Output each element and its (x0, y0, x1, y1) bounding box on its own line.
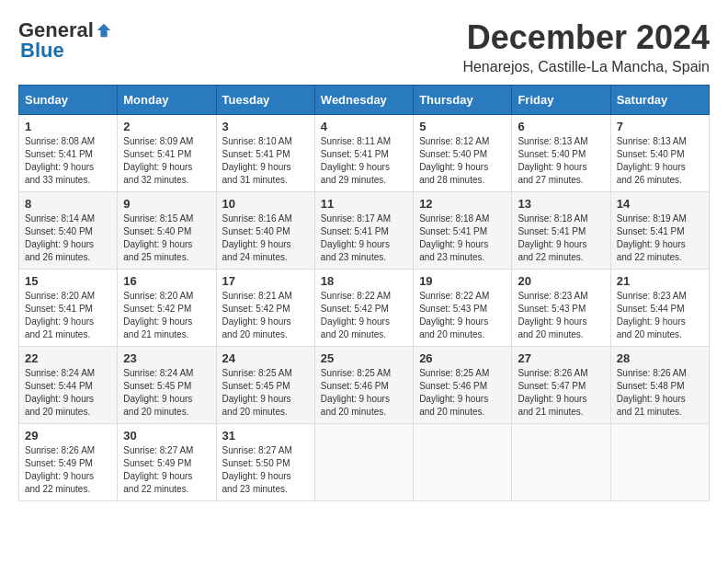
calendar-cell: 13 Sunrise: 8:18 AM Sunset: 5:41 PM Dayl… (512, 192, 610, 270)
calendar-header-wednesday: Wednesday (314, 86, 413, 115)
day-number: 15 (25, 274, 111, 288)
calendar-cell: 23 Sunrise: 8:24 AM Sunset: 5:45 PM Dayl… (118, 347, 216, 424)
calendar-cell: 29 Sunrise: 8:26 AM Sunset: 5:49 PM Dayl… (19, 424, 118, 501)
day-info: Sunrise: 8:11 AM Sunset: 5:41 PM Dayligh… (321, 135, 407, 187)
calendar-cell: 7 Sunrise: 8:13 AM Sunset: 5:40 PM Dayli… (610, 115, 709, 192)
calendar-cell: 26 Sunrise: 8:25 AM Sunset: 5:46 PM Dayl… (414, 347, 512, 424)
calendar-table: SundayMondayTuesdayWednesdayThursdayFrid… (18, 85, 710, 501)
calendar-header-saturday: Saturday (610, 86, 709, 115)
location-title: Henarejos, Castille-La Mancha, Spain (462, 59, 710, 75)
logo-icon (96, 22, 112, 39)
calendar-cell (512, 424, 610, 501)
day-number: 7 (617, 120, 703, 133)
day-number: 16 (123, 274, 210, 288)
calendar-cell: 1 Sunrise: 8:08 AM Sunset: 5:41 PM Dayli… (19, 115, 118, 192)
calendar-body: 1 Sunrise: 8:08 AM Sunset: 5:41 PM Dayli… (19, 115, 710, 501)
day-info: Sunrise: 8:18 AM Sunset: 5:41 PM Dayligh… (419, 213, 506, 264)
calendar-header-thursday: Thursday (414, 86, 512, 115)
logo-blue-text: Blue (20, 39, 64, 62)
month-title: December 2024 (462, 18, 710, 57)
calendar-header-sunday: Sunday (19, 86, 118, 115)
calendar-cell: 12 Sunrise: 8:18 AM Sunset: 5:41 PM Dayl… (414, 192, 512, 270)
day-number: 9 (123, 197, 210, 211)
day-number: 28 (617, 351, 703, 365)
day-number: 6 (518, 120, 604, 133)
calendar-cell (414, 424, 512, 501)
day-number: 23 (123, 351, 210, 365)
day-number: 4 (321, 120, 407, 133)
calendar-cell: 18 Sunrise: 8:22 AM Sunset: 5:42 PM Dayl… (314, 270, 413, 347)
day-number: 1 (25, 120, 111, 133)
day-info: Sunrise: 8:12 AM Sunset: 5:40 PM Dayligh… (419, 135, 506, 187)
calendar-cell: 9 Sunrise: 8:15 AM Sunset: 5:40 PM Dayli… (118, 192, 216, 270)
day-info: Sunrise: 8:21 AM Sunset: 5:42 PM Dayligh… (222, 290, 309, 341)
calendar-week-4: 22 Sunrise: 8:24 AM Sunset: 5:44 PM Dayl… (19, 347, 710, 424)
day-info: Sunrise: 8:13 AM Sunset: 5:40 PM Dayligh… (617, 135, 703, 187)
calendar-header-monday: Monday (118, 86, 216, 115)
calendar-week-2: 8 Sunrise: 8:14 AM Sunset: 5:40 PM Dayli… (19, 192, 710, 270)
day-number: 22 (25, 351, 111, 365)
calendar-header-row: SundayMondayTuesdayWednesdayThursdayFrid… (19, 86, 710, 115)
calendar-week-1: 1 Sunrise: 8:08 AM Sunset: 5:41 PM Dayli… (19, 115, 710, 192)
calendar-cell: 19 Sunrise: 8:22 AM Sunset: 5:43 PM Dayl… (414, 270, 512, 347)
day-info: Sunrise: 8:20 AM Sunset: 5:42 PM Dayligh… (123, 290, 210, 341)
day-number: 10 (222, 197, 309, 211)
day-info: Sunrise: 8:17 AM Sunset: 5:41 PM Dayligh… (321, 213, 407, 264)
day-number: 3 (222, 120, 309, 133)
day-number: 14 (617, 197, 703, 211)
day-number: 8 (25, 197, 111, 211)
day-number: 27 (518, 351, 604, 365)
day-info: Sunrise: 8:25 AM Sunset: 5:46 PM Dayligh… (321, 367, 407, 419)
calendar-cell: 14 Sunrise: 8:19 AM Sunset: 5:41 PM Dayl… (610, 192, 709, 270)
day-info: Sunrise: 8:20 AM Sunset: 5:41 PM Dayligh… (25, 290, 111, 341)
calendar-cell (314, 424, 413, 501)
calendar-week-3: 15 Sunrise: 8:20 AM Sunset: 5:41 PM Dayl… (19, 270, 710, 347)
calendar-week-5: 29 Sunrise: 8:26 AM Sunset: 5:49 PM Dayl… (19, 424, 710, 501)
calendar-cell: 30 Sunrise: 8:27 AM Sunset: 5:49 PM Dayl… (118, 424, 216, 501)
day-number: 21 (617, 274, 703, 288)
calendar-cell: 16 Sunrise: 8:20 AM Sunset: 5:42 PM Dayl… (118, 270, 216, 347)
day-info: Sunrise: 8:10 AM Sunset: 5:41 PM Dayligh… (222, 135, 309, 187)
calendar-cell: 15 Sunrise: 8:20 AM Sunset: 5:41 PM Dayl… (19, 270, 118, 347)
day-info: Sunrise: 8:22 AM Sunset: 5:42 PM Dayligh… (321, 290, 407, 341)
day-info: Sunrise: 8:24 AM Sunset: 5:44 PM Dayligh… (25, 367, 111, 419)
day-number: 13 (518, 197, 604, 211)
day-info: Sunrise: 8:22 AM Sunset: 5:43 PM Dayligh… (419, 290, 506, 341)
day-info: Sunrise: 8:26 AM Sunset: 5:48 PM Dayligh… (617, 367, 703, 419)
calendar-cell: 8 Sunrise: 8:14 AM Sunset: 5:40 PM Dayli… (19, 192, 118, 270)
day-number: 18 (321, 274, 407, 288)
calendar-header-tuesday: Tuesday (216, 86, 314, 115)
calendar-cell: 17 Sunrise: 8:21 AM Sunset: 5:42 PM Dayl… (216, 270, 314, 347)
svg-marker-0 (97, 24, 110, 37)
day-number: 30 (123, 429, 210, 442)
calendar-cell: 28 Sunrise: 8:26 AM Sunset: 5:48 PM Dayl… (610, 347, 709, 424)
day-info: Sunrise: 8:23 AM Sunset: 5:43 PM Dayligh… (518, 290, 604, 341)
day-info: Sunrise: 8:24 AM Sunset: 5:45 PM Dayligh… (123, 367, 210, 419)
day-info: Sunrise: 8:14 AM Sunset: 5:40 PM Dayligh… (25, 213, 111, 264)
calendar-cell: 21 Sunrise: 8:23 AM Sunset: 5:44 PM Dayl… (610, 270, 709, 347)
calendar-cell: 3 Sunrise: 8:10 AM Sunset: 5:41 PM Dayli… (216, 115, 314, 192)
day-number: 11 (321, 197, 407, 211)
calendar-cell: 31 Sunrise: 8:27 AM Sunset: 5:50 PM Dayl… (216, 424, 314, 501)
day-number: 26 (419, 351, 506, 365)
title-section: December 2024 Henarejos, Castille-La Man… (462, 18, 710, 75)
day-info: Sunrise: 8:27 AM Sunset: 5:50 PM Dayligh… (222, 444, 309, 496)
day-info: Sunrise: 8:08 AM Sunset: 5:41 PM Dayligh… (25, 135, 111, 187)
calendar-cell: 6 Sunrise: 8:13 AM Sunset: 5:40 PM Dayli… (512, 115, 610, 192)
calendar-cell: 25 Sunrise: 8:25 AM Sunset: 5:46 PM Dayl… (314, 347, 413, 424)
day-info: Sunrise: 8:19 AM Sunset: 5:41 PM Dayligh… (617, 213, 703, 264)
day-info: Sunrise: 8:23 AM Sunset: 5:44 PM Dayligh… (617, 290, 703, 341)
calendar-cell (610, 424, 709, 501)
day-info: Sunrise: 8:26 AM Sunset: 5:49 PM Dayligh… (25, 444, 111, 496)
day-info: Sunrise: 8:25 AM Sunset: 5:45 PM Dayligh… (222, 367, 309, 419)
calendar-cell: 27 Sunrise: 8:26 AM Sunset: 5:47 PM Dayl… (512, 347, 610, 424)
day-number: 17 (222, 274, 309, 288)
day-number: 29 (25, 429, 111, 442)
calendar-cell: 11 Sunrise: 8:17 AM Sunset: 5:41 PM Dayl… (314, 192, 413, 270)
day-info: Sunrise: 8:25 AM Sunset: 5:46 PM Dayligh… (419, 367, 506, 419)
calendar-cell: 5 Sunrise: 8:12 AM Sunset: 5:40 PM Dayli… (414, 115, 512, 192)
day-number: 24 (222, 351, 309, 365)
calendar-cell: 20 Sunrise: 8:23 AM Sunset: 5:43 PM Dayl… (512, 270, 610, 347)
day-number: 2 (123, 120, 210, 133)
logo: General Blue (18, 18, 112, 63)
